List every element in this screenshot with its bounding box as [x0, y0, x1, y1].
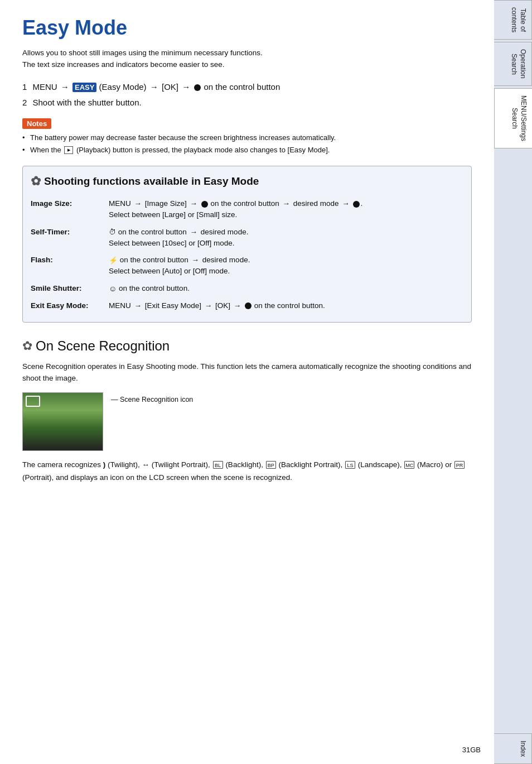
- sidebar-tab-menu[interactable]: MENU/SettingsSearch: [494, 88, 532, 148]
- circle-dot-icon: [245, 302, 252, 309]
- playback-icon: [64, 146, 73, 154]
- notes-section: Notes The battery power may decrease fas…: [22, 118, 472, 156]
- functions-table: Image Size: MENU → [Image Size] → on the…: [31, 195, 461, 314]
- table-row: Smile Shutter: ☺ on the control button.: [31, 280, 461, 297]
- landscape-icon: LS: [345, 461, 355, 469]
- func-label-selftimer: Self-Timer:: [31, 224, 109, 252]
- circle-dot-icon: [201, 201, 208, 208]
- selftimer-icon: ⏱: [109, 227, 116, 238]
- func-desc-smile: ☺ on the control button.: [109, 280, 461, 297]
- scene-recognizes-text: The camera recognizes ) (Twilight), ↔ (T…: [22, 459, 472, 484]
- main-content: Easy Mode Allows you to shoot still imag…: [0, 0, 494, 764]
- table-row: Image Size: MENU → [Image Size] → on the…: [31, 195, 461, 224]
- macro-icon: MC: [404, 461, 414, 469]
- circle-dot-icon: [194, 84, 201, 91]
- step-2: 2 Shoot with the shutter button.: [22, 97, 472, 109]
- func-desc-exit: MENU → [Exit Easy Mode] → [OK] → on the …: [109, 297, 461, 314]
- circle-dot-icon: [353, 201, 360, 208]
- func-label-smile: Smile Shutter:: [31, 280, 109, 297]
- flash-icon: ⚡: [109, 255, 118, 266]
- func-label-flash: Flash:: [31, 252, 109, 280]
- twilight-portrait-text: ↔: [142, 460, 150, 469]
- camera-overlay-icon: [26, 396, 40, 407]
- scene-section-title: ✿ On Scene Recognition: [22, 338, 472, 354]
- sidebar-tab-toc[interactable]: Table ofcontents: [494, 0, 532, 40]
- scene-icon: ✿: [22, 339, 32, 353]
- scene-recognition-image: [22, 392, 103, 451]
- intro-text: Allows you to shoot still images using t…: [22, 47, 472, 71]
- backlight-portrait-icon: BP: [266, 461, 276, 469]
- note-item-1: The battery power may decrease faster be…: [22, 132, 472, 143]
- easy-badge: EASY: [72, 83, 96, 92]
- backlight-icon: BL: [213, 461, 223, 469]
- sidebar-tab-index[interactable]: Index: [494, 733, 532, 764]
- twilight-text: ): [103, 460, 106, 469]
- sidebar-spacer: [494, 151, 532, 733]
- sidebar: Table ofcontents OperationSearch MENU/Se…: [494, 0, 532, 764]
- table-row: Self-Timer: ⏱ on the control button → de…: [31, 224, 461, 252]
- func-label-exit: Exit Easy Mode:: [31, 297, 109, 314]
- step-1: 1 MENU → EASY (Easy Mode) → [OK] → on th…: [22, 81, 472, 94]
- func-desc-selftimer: ⏱ on the control button → desired mode. …: [109, 224, 461, 252]
- note-item-2: When the (Playback) button is pressed, t…: [22, 145, 472, 156]
- func-desc-imagesize: MENU → [Image Size] → on the control but…: [109, 195, 461, 224]
- scene-image-area: — Scene Recognition icon: [22, 392, 472, 451]
- scene-img-caption: — Scene Recognition icon: [111, 392, 193, 405]
- notes-list: The battery power may decrease faster be…: [22, 132, 472, 156]
- func-label-imagesize: Image Size:: [31, 195, 109, 224]
- shooting-icon: ✿: [31, 174, 41, 189]
- sidebar-tab-operation[interactable]: OperationSearch: [494, 42, 532, 86]
- functions-box: ✿ Shooting functions available in Easy M…: [22, 166, 472, 323]
- steps-section: 1 MENU → EASY (Easy Mode) → [OK] → on th…: [22, 81, 472, 109]
- page-title: Easy Mode: [22, 17, 472, 39]
- smile-icon: ☺: [109, 283, 117, 295]
- scene-desc: Scene Recognition operates in Easy Shoot…: [22, 361, 472, 385]
- table-row: Exit Easy Mode: MENU → [Exit Easy Mode] …: [31, 297, 461, 314]
- page-number: 31GB: [462, 746, 481, 754]
- functions-box-title: ✿ Shooting functions available in Easy M…: [31, 174, 461, 189]
- table-row: Flash: ⚡ on the control button → desired…: [31, 252, 461, 280]
- notes-badge: Notes: [22, 118, 51, 129]
- portrait-icon: PR: [454, 461, 465, 469]
- func-desc-flash: ⚡ on the control button → desired mode. …: [109, 252, 461, 280]
